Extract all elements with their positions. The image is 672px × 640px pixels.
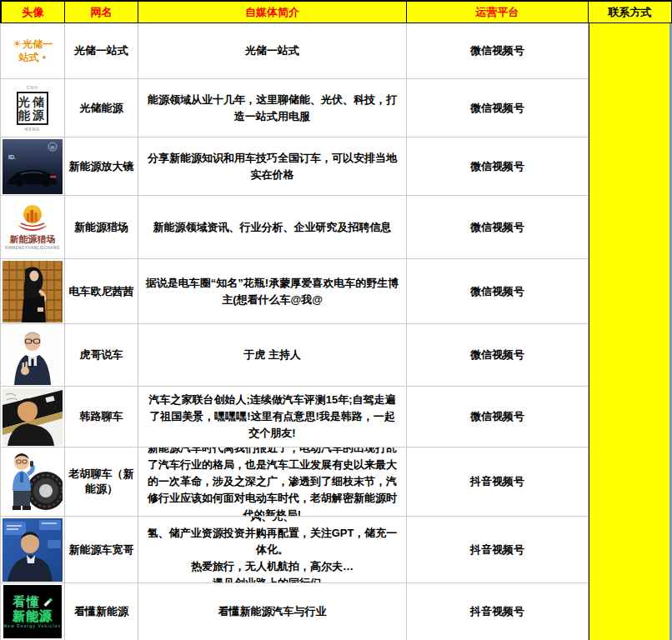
intro-cell[interactable]: 据说是电车圈“知名”花瓶!承蒙厚爱喜欢电车的野生博主(想看什么车@我@ (138, 259, 407, 323)
table-row: ☀光储一 站式● 光储一站式 光储一站式 微信视频号 (0, 23, 589, 79)
table-row: 虎哥说车 于虎 主持人 微信视频号 (0, 324, 589, 387)
avatar-cell[interactable]: CHU 光储能源 NENG (0, 79, 65, 137)
header-platform[interactable]: 运营平台 (407, 2, 589, 23)
table-row: 老胡聊车（新能源） 新能源汽车时代离我们很近了，电动汽车的出现打乱了汽车行业的格… (0, 448, 589, 517)
table-row: 电车欧尼茜茜 据说是电车圈“知名”花瓶!承蒙厚爱喜欢电车的野生博主(想看什么车@… (0, 259, 589, 324)
logo-text: 看懂 (13, 594, 40, 608)
logo-text: 新能源 (13, 608, 53, 622)
name-cell[interactable]: 光储一站式 (65, 23, 138, 78)
name-cell[interactable]: 韩路聊车 (65, 387, 138, 447)
logo-tiny-text: XINNENGYUANLIECHANG (5, 245, 60, 251)
intro-cell[interactable]: 新能源产业CEO，专注于新能源汽车，固态电池，风、光、 氢、储产业资源投资并购再… (138, 517, 407, 582)
intro-cell[interactable]: 能源领域从业十几年，这里聊储能、光伏、科技，打造一站式用电服 (138, 79, 407, 137)
cartoon-man-tire-icon (3, 449, 63, 515)
man-conference-photo-icon (3, 518, 63, 582)
table-row: 看懂 新能源 New Energy Vehicles 看懂新能源 看懂新能源汽车… (0, 583, 589, 640)
contact-merged-cell[interactable] (589, 23, 672, 640)
avatar-cell[interactable]: ☀光储一 站式● (0, 23, 65, 78)
table-row: CHU 光储能源 NENG 光储能源 能源领域从业十几年，这里聊储能、光伏、科技… (0, 79, 589, 138)
name-cell[interactable]: 新能源放大镜 (65, 138, 138, 195)
logo-text: 光储一 (23, 38, 53, 50)
name-cell[interactable]: 光储能源 (65, 79, 138, 137)
logo-tiny-text: New Energy Vehicles (3, 622, 61, 629)
sun-icon: ☀ (13, 38, 23, 50)
platform-cell[interactable]: 微信视频号 (407, 138, 589, 195)
header-contact[interactable]: 联系方式 (589, 2, 672, 23)
avatar-cell[interactable]: 新能源猎场 XINNENGYUANLIECHANG (0, 196, 65, 258)
man-suit-vsign-photo-icon (3, 326, 63, 385)
sun-city-hands-logo-icon: 新能源猎场 XINNENGYUANLIECHANG (5, 203, 60, 251)
intro-cell[interactable]: 新能源汽车时代离我们很近了，电动汽车的出现打乱了汽车行业的格局，也是汽车工业发展… (138, 448, 407, 516)
id-badge-text: ID. (8, 154, 16, 160)
platform-cell[interactable]: 抖音视频号 (407, 448, 589, 516)
platform-cell[interactable]: 微信视频号 (407, 387, 589, 447)
name-cell[interactable]: 看懂新能源 (65, 583, 138, 640)
pencil-icon (42, 596, 53, 607)
name-cell[interactable]: 虎哥说车 (65, 324, 138, 386)
intro-cell[interactable]: 分享新能源知识和用车技巧全国订车，可以安排当地实在价格 (138, 138, 407, 195)
platform-cell[interactable]: 微信视频号 (407, 196, 589, 258)
table-row: 新能源车宽哥 新能源产业CEO，专注于新能源汽车，固态电池，风、光、 氢、储产业… (0, 517, 589, 583)
platform-cell[interactable]: 微信视频号 (407, 259, 589, 323)
table-header-row: 头像 网名 自媒体简介 运营平台 联系方式 (0, 0, 672, 23)
table-row: 韩路聊车 汽车之家联台创始人;连续做汽车评测15年;自驾走遍了祖国美景，嘿嘿嘿!… (0, 387, 589, 448)
avatar-cell[interactable]: 看懂 新能源 New Energy Vehicles (0, 583, 65, 640)
platform-cell[interactable]: 抖音视频号 (407, 517, 589, 582)
avatar-cell[interactable] (0, 517, 65, 582)
name-cell[interactable]: 老胡聊车（新能源） (65, 448, 138, 516)
sun-text-logo-icon: ☀光储一 站式● (13, 38, 53, 64)
logo-tiny-text: CHU (27, 85, 38, 90)
woman-portrait-photo-icon (3, 261, 63, 322)
header-avatar[interactable]: 头像 (0, 2, 65, 23)
logo-tiny-text: NENG (25, 127, 40, 132)
avatar-cell[interactable]: W ID. (0, 138, 65, 195)
dot-icon: ● (43, 53, 47, 61)
intro-cell[interactable]: 于虎 主持人 (138, 324, 407, 386)
header-name[interactable]: 网名 (65, 2, 138, 23)
man-polo-photo-icon (3, 388, 63, 446)
logo-text: 新能源猎场 (9, 234, 55, 245)
name-cell[interactable]: 新能源车宽哥 (65, 517, 138, 582)
name-cell[interactable]: 电车欧尼茜茜 (65, 259, 138, 323)
name-cell[interactable]: 新能源猎场 (65, 196, 138, 258)
avatar-cell[interactable] (0, 324, 65, 386)
avatar-cell[interactable] (0, 448, 65, 516)
intro-cell[interactable]: 光储一站式 (138, 23, 407, 78)
svg-text:W: W (50, 145, 55, 150)
table-row: 新能源猎场 XINNENGYUANLIECHANG 新能源猎场 新能源领域资讯、… (0, 196, 589, 259)
avatar-cell[interactable] (0, 387, 65, 447)
table-row: W ID. 新能源放大镜 分享新能源知识和用车技巧全国订车，可以安排当地实在价格… (0, 138, 589, 196)
intro-cell[interactable]: 汽车之家联台创始人;连续做汽车评测15年;自驾走遍了祖国美景，嘿嘿嘿!这里有点意… (138, 387, 407, 447)
media-accounts-table: 头像 网名 自媒体简介 运营平台 联系方式 ☀光储一 站式● 光储一站式 光储一… (0, 0, 672, 640)
intro-cell[interactable]: 看懂新能源汽车与行业 (138, 583, 407, 640)
black-green-logo-icon: 看懂 新能源 New Energy Vehicles (3, 585, 62, 638)
platform-cell[interactable]: 微信视频号 (407, 324, 589, 386)
intro-cell[interactable]: 新能源领域资讯、行业分析、企业研究及招聘信息 (138, 196, 407, 258)
seal-square-logo-icon: CHU 光储能源 NENG (17, 85, 48, 132)
header-intro[interactable]: 自媒体简介 (138, 2, 407, 23)
platform-cell[interactable]: 微信视频号 (407, 23, 589, 78)
platform-cell[interactable]: 抖音视频号 (407, 583, 589, 640)
logo-text: 站式 (19, 52, 39, 63)
sun-buildings-hands-icon (14, 203, 51, 233)
avatar-cell[interactable] (0, 259, 65, 323)
logo-text: 光储能源 (17, 92, 48, 125)
night-car-photo-icon: W ID. (3, 139, 63, 194)
platform-cell[interactable]: 微信视频号 (407, 79, 589, 137)
